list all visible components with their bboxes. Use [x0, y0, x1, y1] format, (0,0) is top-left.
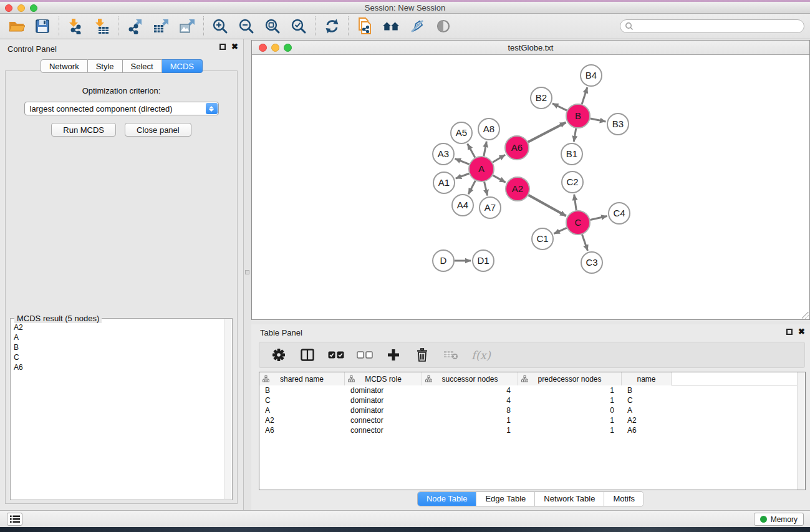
graph-edge-A-A3[interactable] — [455, 158, 470, 164]
show-graphics-details-icon[interactable] — [435, 17, 452, 35]
graph-edge-C-C3[interactable] — [582, 235, 588, 251]
save-session-icon[interactable] — [34, 17, 51, 35]
table-cell[interactable]: dominator — [345, 386, 422, 395]
export-image-icon[interactable] — [178, 17, 196, 35]
zoom-out-icon[interactable] — [238, 17, 255, 35]
column-header-shared-name[interactable]: shared name — [259, 372, 345, 385]
export-table-icon[interactable] — [152, 17, 170, 35]
network-canvas[interactable]: AA1A2A3A4A5A6A7A8BB1B2B3B4CC1C2C3C4DD1 — [252, 56, 809, 319]
show-column-panel-icon[interactable] — [299, 347, 316, 363]
table-cell[interactable]: 1 — [518, 396, 622, 405]
criterion-dropdown[interactable]: largest connected component (directed) — [24, 102, 219, 115]
table-cell[interactable]: 1 — [518, 386, 622, 395]
table-row[interactable]: Bdominator41B — [259, 385, 805, 395]
search-field[interactable] — [620, 19, 804, 33]
table-cell[interactable]: dominator — [345, 396, 422, 405]
tab-select[interactable]: Select — [123, 59, 162, 73]
unselect-all-columns-icon[interactable] — [357, 347, 373, 363]
graph-edge-B-B4[interactable] — [582, 87, 587, 104]
graph-edge-A-A7[interactable] — [485, 181, 488, 195]
table-row[interactable]: A6connector11A6 — [259, 425, 805, 435]
table-row[interactable]: Cdominator41C — [259, 395, 805, 405]
close-panel-button[interactable]: Close panel — [125, 123, 191, 137]
import-table-icon[interactable] — [93, 17, 110, 35]
table-row[interactable]: Adominator80A — [259, 405, 805, 415]
column-header-predecessor-nodes[interactable]: predecessor nodes — [518, 372, 622, 385]
table-cell[interactable]: dominator — [345, 406, 422, 415]
table-cell[interactable]: 1 — [422, 416, 518, 425]
float-table-panel-icon[interactable] — [786, 329, 793, 335]
table-scrollbar[interactable] — [797, 372, 805, 490]
graph-edge-A-A2[interactable] — [493, 175, 505, 182]
table-cell[interactable]: B — [259, 386, 345, 395]
graph-edge-A-A8[interactable] — [484, 142, 486, 157]
open-session-icon[interactable] — [7, 17, 25, 35]
table-cell[interactable]: B — [622, 386, 672, 395]
graph-edge-A-A4[interactable] — [468, 181, 475, 195]
new-network-from-selection-icon[interactable] — [356, 17, 374, 35]
delete-columns-trash-icon[interactable] — [414, 347, 430, 363]
graph-edge-B-B3[interactable] — [591, 118, 606, 122]
table-cell[interactable]: 8 — [422, 406, 518, 415]
export-network-icon[interactable] — [126, 17, 143, 35]
tab-mcds[interactable]: MCDS — [162, 59, 203, 73]
graph-edge-A6-B[interactable] — [528, 122, 566, 142]
column-header-successor-nodes[interactable]: successor nodes — [422, 372, 518, 385]
table-cell[interactable]: A — [622, 406, 672, 415]
result-list-item[interactable]: B — [11, 342, 223, 352]
tab-node-table[interactable]: Node Table — [418, 492, 476, 506]
result-scrollbar[interactable] — [224, 319, 231, 499]
table-cell[interactable]: C — [622, 396, 672, 405]
result-list-item[interactable]: C — [11, 352, 223, 362]
annotation-hide-icon[interactable] — [408, 17, 426, 35]
graph-edge-A-A1[interactable] — [456, 173, 470, 178]
table-options-gear-icon[interactable] — [271, 347, 287, 363]
first-neighbors-icon[interactable] — [382, 17, 400, 35]
table-cell[interactable]: 1 — [518, 416, 622, 425]
table-cell[interactable]: C — [259, 396, 345, 405]
table-cell[interactable]: 4 — [422, 386, 518, 395]
close-table-panel-icon[interactable]: ✖ — [798, 329, 805, 335]
memory-button[interactable]: Memory — [754, 513, 804, 526]
tab-edge-table[interactable]: Edge Table — [476, 492, 534, 506]
zoom-in-icon[interactable] — [211, 17, 229, 35]
table-cell[interactable]: 0 — [518, 406, 622, 415]
splitter-grip[interactable] — [245, 270, 249, 274]
create-new-column-icon[interactable] — [385, 347, 402, 363]
column-header-MCDS-role[interactable]: MCDS role — [345, 372, 422, 385]
run-mcds-button[interactable]: Run MCDS — [51, 123, 116, 137]
table-cell[interactable]: A6 — [622, 426, 672, 435]
graph-edge-A-A5[interactable] — [468, 144, 475, 158]
window-resize-grip[interactable] — [802, 312, 809, 319]
tab-network-table[interactable]: Network Table — [534, 492, 604, 506]
refresh-view-icon[interactable] — [323, 17, 340, 35]
result-list-item[interactable]: A6 — [11, 362, 223, 372]
graph-edge-A-A6[interactable] — [493, 155, 505, 162]
search-input[interactable] — [634, 21, 804, 32]
graph-edge-C-C1[interactable] — [554, 228, 567, 233]
zoom-fit-icon[interactable] — [264, 17, 281, 35]
tab-motifs[interactable]: Motifs — [604, 492, 644, 506]
table-cell[interactable]: A — [259, 406, 345, 415]
graph-edge-C-C2[interactable] — [574, 195, 577, 210]
table-cell[interactable]: A2 — [259, 416, 345, 425]
zoom-selected-icon[interactable] — [290, 17, 307, 35]
graph-edge-B-B2[interactable] — [552, 104, 567, 110]
graph-edge-B-B1[interactable] — [574, 128, 576, 142]
tab-style[interactable]: Style — [88, 59, 123, 73]
table-cell[interactable]: connector — [345, 416, 422, 425]
table-row[interactable]: A2connector11A2 — [259, 415, 805, 425]
result-list-item[interactable]: A — [11, 332, 223, 342]
table-cell[interactable]: A2 — [622, 416, 672, 425]
panel-splitter[interactable] — [244, 39, 251, 510]
table-cell[interactable]: 4 — [422, 396, 518, 405]
table-cell[interactable]: 1 — [518, 426, 622, 435]
close-panel-icon[interactable]: ✖ — [231, 44, 238, 50]
import-network-icon[interactable] — [67, 17, 84, 35]
column-header-name[interactable]: name — [622, 372, 672, 385]
select-all-columns-icon[interactable] — [328, 347, 344, 363]
tab-network[interactable]: Network — [41, 59, 88, 73]
result-list-item[interactable]: A2 — [11, 322, 223, 332]
show-panels-button[interactable] — [7, 513, 22, 526]
graph-edge-A2-C[interactable] — [528, 195, 566, 216]
